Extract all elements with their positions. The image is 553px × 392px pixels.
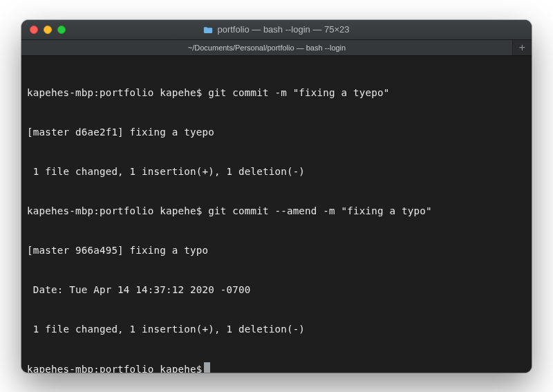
terminal-line: kapehes-mbp:portfolio kapehe$ git commit… bbox=[27, 86, 526, 100]
folder-icon bbox=[203, 26, 213, 33]
terminal-prompt-line: kapehes-mbp:portfolio kapehe$ bbox=[27, 362, 526, 373]
cursor-icon bbox=[204, 362, 210, 373]
terminal-window: portfolio — bash --login — 75×23 ~/Docum… bbox=[21, 20, 532, 373]
terminal-line: Date: Tue Apr 14 14:37:12 2020 -0700 bbox=[27, 283, 526, 297]
terminal-line: [master 966a495] fixing a typo bbox=[27, 244, 526, 257]
minimize-icon[interactable] bbox=[44, 26, 52, 34]
terminal-line: kapehes-mbp:portfolio kapehe$ git commit… bbox=[27, 205, 526, 218]
close-icon[interactable] bbox=[30, 26, 38, 34]
plus-icon: + bbox=[519, 41, 525, 54]
tab-bar: ~/Documents/Personal/portfolio — bash --… bbox=[21, 39, 532, 56]
terminal-line: [master d6ae2f1] fixing a tyepo bbox=[27, 126, 526, 139]
window-title: portfolio — bash --login — 75×23 bbox=[21, 24, 532, 35]
window-title-text: portfolio — bash --login — 75×23 bbox=[217, 24, 349, 35]
terminal-line: 1 file changed, 1 insertion(+), 1 deleti… bbox=[27, 165, 526, 178]
terminal-prompt: kapehes-mbp:portfolio kapehe$ bbox=[27, 364, 203, 373]
traffic-lights bbox=[21, 26, 66, 34]
tab-active[interactable]: ~/Documents/Personal/portfolio — bash --… bbox=[21, 40, 512, 55]
add-tab-button[interactable]: + bbox=[512, 40, 532, 55]
terminal-body[interactable]: kapehes-mbp:portfolio kapehe$ git commit… bbox=[21, 56, 532, 373]
maximize-icon[interactable] bbox=[57, 26, 66, 34]
terminal-line: 1 file changed, 1 insertion(+), 1 deleti… bbox=[27, 323, 526, 336]
titlebar[interactable]: portfolio — bash --login — 75×23 bbox=[21, 20, 532, 39]
tab-label: ~/Documents/Personal/portfolio — bash --… bbox=[188, 44, 346, 52]
